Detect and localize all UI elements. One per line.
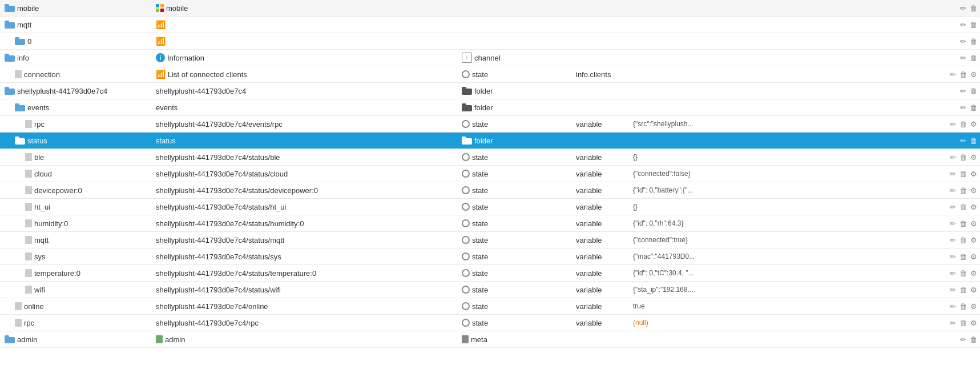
table-row[interactable]: sysshellyplusht-441793d0e7c4/status/syss… <box>0 248 980 265</box>
settings-button[interactable]: ⚙ <box>970 235 978 245</box>
delete-button[interactable]: 🗑 <box>969 335 978 344</box>
table-row[interactable]: ht_uishellyplusht-441793d0e7c4/status/ht… <box>0 199 980 215</box>
name-cell: 0 <box>2 37 154 46</box>
settings-button[interactable]: ⚙ <box>970 252 978 262</box>
edit-button[interactable]: ✏ <box>959 20 967 30</box>
table-row[interactable]: statusstatusfolder✏🗑 <box>0 133 980 149</box>
data-cell: {"id": 0,"tC":30.4, "... <box>633 269 932 277</box>
edit-button[interactable]: ✏ <box>949 252 957 262</box>
delete-button[interactable]: 🗑 <box>959 119 967 129</box>
folder-type-icon <box>462 103 472 111</box>
delete-button[interactable]: 🗑 <box>959 70 967 79</box>
type-label: state <box>472 319 488 327</box>
file-icon <box>25 286 32 294</box>
settings-button[interactable]: ⚙ <box>970 302 978 311</box>
delete-button[interactable]: 🗑 <box>969 136 978 146</box>
file-icon <box>15 319 22 327</box>
table-row[interactable]: rpcshellyplusht-441793d0e7c4/events/rpcs… <box>0 116 980 133</box>
data-cell: (null) <box>633 319 932 327</box>
value-cell: shellyplusht-441793d0e7c4/online <box>154 302 462 311</box>
delete-button[interactable]: 🗑 <box>959 302 967 311</box>
name-label: events <box>27 103 49 112</box>
table-row[interactable]: onlineshellyplusht-441793d0e7c4/onlinest… <box>0 298 980 315</box>
delete-button[interactable]: 🗑 <box>969 53 978 63</box>
delete-button[interactable]: 🗑 <box>959 202 967 212</box>
edit-button[interactable]: ✏ <box>949 268 957 278</box>
edit-button[interactable]: ✏ <box>949 202 957 212</box>
table-row[interactable]: wifishellyplusht-441793d0e7c4/status/wif… <box>0 282 980 298</box>
edit-button[interactable]: ✏ <box>949 302 957 311</box>
delete-button[interactable]: 🗑 <box>959 186 967 195</box>
file-icon <box>15 70 22 78</box>
delete-button[interactable]: 🗑 <box>969 20 978 30</box>
value-label: shellyplusht-441793d0e7c4/status/wifi <box>156 286 281 294</box>
edit-button[interactable]: ✏ <box>959 335 967 344</box>
edit-button[interactable]: ✏ <box>949 235 957 245</box>
value-cell: admin <box>154 335 462 344</box>
settings-button[interactable]: ⚙ <box>970 318 978 328</box>
folder-type-icon <box>462 87 472 95</box>
settings-button[interactable]: ⚙ <box>970 119 978 129</box>
role-cell: variable <box>576 219 633 228</box>
edit-button[interactable]: ✏ <box>949 169 957 179</box>
delete-button[interactable]: 🗑 <box>959 235 967 245</box>
edit-button[interactable]: ✏ <box>959 136 967 146</box>
delete-button[interactable]: 🗑 <box>959 268 967 278</box>
settings-button[interactable]: ⚙ <box>970 268 978 278</box>
settings-button[interactable]: ⚙ <box>970 153 978 162</box>
type-cell: ↑channel <box>462 53 576 63</box>
table-row[interactable]: humidity:0shellyplusht-441793d0e7c4/stat… <box>0 215 980 232</box>
table-row[interactable]: cloudshellyplusht-441793d0e7c4/status/cl… <box>0 166 980 182</box>
settings-button[interactable]: ⚙ <box>970 202 978 212</box>
actions-cell: ✏🗑 <box>932 53 978 63</box>
edit-button[interactable]: ✏ <box>959 53 967 63</box>
settings-button[interactable]: ⚙ <box>970 186 978 195</box>
edit-button[interactable]: ✏ <box>949 119 957 129</box>
delete-button[interactable]: 🗑 <box>969 37 978 46</box>
actions-cell: ✏🗑⚙ <box>932 169 978 179</box>
name-label: connection <box>24 70 60 79</box>
edit-button[interactable]: ✏ <box>959 86 967 96</box>
table-row[interactable]: mobilemobile✏🗑 <box>0 0 980 17</box>
delete-button[interactable]: 🗑 <box>969 103 978 113</box>
delete-button[interactable]: 🗑 <box>959 285 967 295</box>
table-row[interactable]: 0📶✏🗑 <box>0 33 980 50</box>
table-row[interactable]: shellyplusht-441793d0e7c4shellyplusht-44… <box>0 83 980 99</box>
delete-button[interactable]: 🗑 <box>959 318 967 328</box>
data-cell: {"id": 0,"rh":64.3} <box>633 219 932 227</box>
folder-icon <box>5 4 15 12</box>
table-row[interactable]: eventseventsfolder✏🗑 <box>0 99 980 116</box>
edit-button[interactable]: ✏ <box>949 219 957 228</box>
edit-button[interactable]: ✏ <box>959 37 967 46</box>
table-row[interactable]: rpcshellyplusht-441793d0e7c4/rpcstatevar… <box>0 315 980 331</box>
table-row[interactable]: temperature:0shellyplusht-441793d0e7c4/s… <box>0 265 980 282</box>
edit-button[interactable]: ✏ <box>949 153 957 162</box>
table-row[interactable]: connection📶List of connected clientsstat… <box>0 66 980 83</box>
table-row[interactable]: mqttshellyplusht-441793d0e7c4/status/mqt… <box>0 232 980 248</box>
type-label: state <box>472 252 488 261</box>
table-row[interactable]: devicepower:0shellyplusht-441793d0e7c4/s… <box>0 182 980 199</box>
name-cell: mqtt <box>2 21 154 29</box>
settings-button[interactable]: ⚙ <box>970 219 978 228</box>
edit-button[interactable]: ✏ <box>949 186 957 195</box>
delete-button[interactable]: 🗑 <box>959 169 967 179</box>
delete-button[interactable]: 🗑 <box>959 219 967 228</box>
delete-button[interactable]: 🗑 <box>969 3 978 13</box>
delete-button[interactable]: 🗑 <box>959 252 967 262</box>
edit-button[interactable]: ✏ <box>949 285 957 295</box>
table-row[interactable]: mqtt📶✏🗑 <box>0 17 980 33</box>
settings-button[interactable]: ⚙ <box>970 70 978 79</box>
table-row[interactable]: adminadminmeta✏🗑 <box>0 331 980 348</box>
value-label: shellyplusht-441793d0e7c4/status/ble <box>156 153 280 162</box>
table-row[interactable]: infoiInformation↑channel✏🗑 <box>0 50 980 66</box>
edit-button[interactable]: ✏ <box>959 3 967 13</box>
delete-button[interactable]: 🗑 <box>969 86 978 96</box>
type-cell: meta <box>462 335 576 344</box>
edit-button[interactable]: ✏ <box>959 103 967 113</box>
edit-button[interactable]: ✏ <box>949 318 957 328</box>
edit-button[interactable]: ✏ <box>949 70 957 79</box>
settings-button[interactable]: ⚙ <box>970 285 978 295</box>
settings-button[interactable]: ⚙ <box>970 169 978 179</box>
delete-button[interactable]: 🗑 <box>959 153 967 162</box>
table-row[interactable]: bleshellyplusht-441793d0e7c4/status/bles… <box>0 149 980 166</box>
